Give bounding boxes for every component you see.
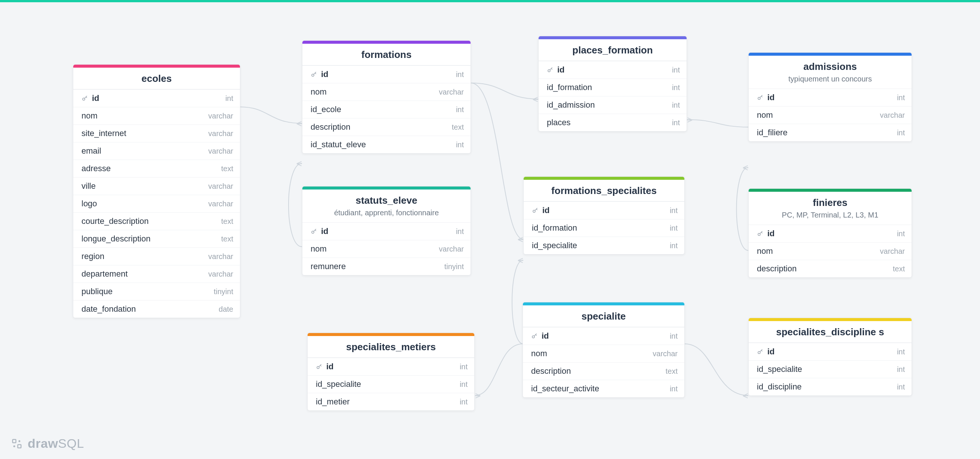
table-rows: idintnomvarchardescriptiontext [749,225,912,277]
column-type: varchar [208,112,233,120]
column-name-text: id_formation [547,83,592,92]
table-row[interactable]: nomvarchar [73,107,240,124]
table-subtitle: PC, MP, Terminal, L2, L3, M1 [749,210,912,225]
table-row[interactable]: nomvarchar [302,240,471,258]
table-row[interactable]: id_admissionint [539,96,687,114]
table-row[interactable]: idint [302,222,471,240]
column-name: id_formation [532,223,577,233]
column-name: region [81,252,104,261]
column-name-text: nom [81,111,97,121]
table-row[interactable]: idint [539,61,687,78]
column-name: id [547,65,565,75]
table-row[interactable]: idint [523,327,684,344]
diagram-canvas[interactable]: ecoles idintnomvarcharsite_internetvarch… [0,0,980,459]
column-name-text: site_internet [81,129,126,138]
column-name-text: id [767,93,775,102]
column-type: date [219,305,233,314]
column-type: tinyint [214,287,233,296]
table-rows: idintnomvarcharid_ecoleintdescriptiontex… [302,65,471,153]
table-ecoles[interactable]: ecoles idintnomvarcharsite_internetvarch… [73,64,240,318]
table-color-bar [539,36,687,39]
table-row[interactable]: idint [749,89,912,106]
table-row[interactable]: nomvarchar [749,242,912,260]
column-name-text: id_specialite [757,365,802,374]
table-row[interactable]: id_specialiteint [749,360,912,378]
table-row[interactable]: courte_descriptiontext [73,212,240,230]
table-row[interactable]: placesint [539,114,687,131]
table-row[interactable]: nomvarchar [523,344,684,362]
table-specialite[interactable]: specialite idintnomvarchardescriptiontex… [522,302,685,398]
column-name-text: id [321,70,329,79]
column-name-text: nom [310,244,327,254]
brand-part2: SQL [58,436,84,450]
column-type: varchar [208,147,233,156]
column-type: int [897,347,905,356]
table-row[interactable]: id_formationint [523,219,684,237]
table-row[interactable]: longue_descriptiontext [73,230,240,247]
table-title: formations [302,44,471,65]
column-name-text: id_formation [532,223,577,233]
table-row[interactable]: descriptiontext [749,260,912,277]
table-row[interactable]: idint [308,358,474,375]
table-title: statuts_eleve [302,190,471,208]
table-row[interactable]: id_filiereint [749,124,912,141]
column-name-text: places [547,118,571,128]
table-rows: idintid_formationintid_specialiteint [523,201,684,254]
table-row[interactable]: publiquetinyint [73,282,240,300]
column-name: nom [531,349,547,359]
table-formations[interactable]: formations idintnomvarcharid_ecoleintdes… [302,40,471,154]
column-type: varchar [208,270,233,279]
svg-rect-11 [18,445,21,448]
table-row[interactable]: idint [749,225,912,242]
table-formations-specialites[interactable]: formations_specialites idintid_formation… [523,177,685,255]
column-type: int [670,241,678,250]
table-row[interactable]: id_metierint [308,393,474,410]
table-row[interactable]: idint [749,343,912,360]
column-type: varchar [880,111,905,120]
drawsql-logo-icon [11,438,22,449]
table-specialites-metiers[interactable]: specialites_metiers idintid_specialitein… [307,333,475,411]
column-name-text: id_admission [547,100,595,110]
table-row[interactable]: id_disciplineint [749,378,912,395]
column-name-text: id_filiere [757,128,788,137]
table-row[interactable]: departementvarchar [73,265,240,282]
table-finieres[interactable]: finieres PC, MP, Terminal, L2, L3, M1 id… [748,188,912,278]
column-type: int [897,230,905,238]
table-row[interactable]: villevarchar [73,177,240,195]
table-row[interactable]: regionvarchar [73,247,240,265]
column-name-text: nom [757,246,773,256]
table-row[interactable]: id_secteur_activiteint [523,380,684,397]
table-row[interactable]: id_statut_eleveint [302,135,471,153]
table-row[interactable]: id_ecoleint [302,100,471,118]
table-row[interactable]: descriptiontext [302,118,471,135]
table-statuts-eleve[interactable]: statuts_eleve étudiant, apprenti, foncti… [302,186,471,276]
table-row[interactable]: adressetext [73,159,240,177]
column-name: id_secteur_activite [531,384,599,394]
table-row[interactable]: id_specialiteint [308,375,474,393]
column-type: int [456,227,464,236]
table-row[interactable]: idint [523,201,684,219]
table-row[interactable]: date_fondationdate [73,300,240,318]
table-row[interactable]: idint [73,89,240,107]
table-row[interactable]: logovarchar [73,195,240,212]
table-row[interactable]: site_internetvarchar [73,124,240,142]
primary-key-icon [757,230,764,237]
table-color-bar [308,333,474,336]
table-places-formation[interactable]: places_formation idintid_formationintid_… [538,36,687,132]
table-row[interactable]: nomvarchar [749,106,912,124]
column-name: id_filiere [757,128,788,137]
table-specialites-disciplines[interactable]: specialites_discipline s idintid_special… [748,318,912,396]
table-row[interactable]: idint [302,65,471,83]
table-row[interactable]: emailvarchar [73,142,240,159]
column-name: nom [757,246,773,256]
table-admissions[interactable]: admissions typiquement un concours idint… [748,52,912,142]
table-row[interactable]: id_formationint [539,78,687,96]
column-name-text: id [542,206,550,215]
table-row[interactable]: id_specialiteint [523,237,684,254]
table-row[interactable]: nomvarchar [302,83,471,100]
table-row[interactable]: remuneretinyint [302,258,471,275]
column-name: id_formation [547,83,592,92]
table-row[interactable]: descriptiontext [523,362,684,380]
table-rows: idintnomvarcharid_filiereint [749,89,912,141]
column-name-text: id_specialite [532,241,577,250]
